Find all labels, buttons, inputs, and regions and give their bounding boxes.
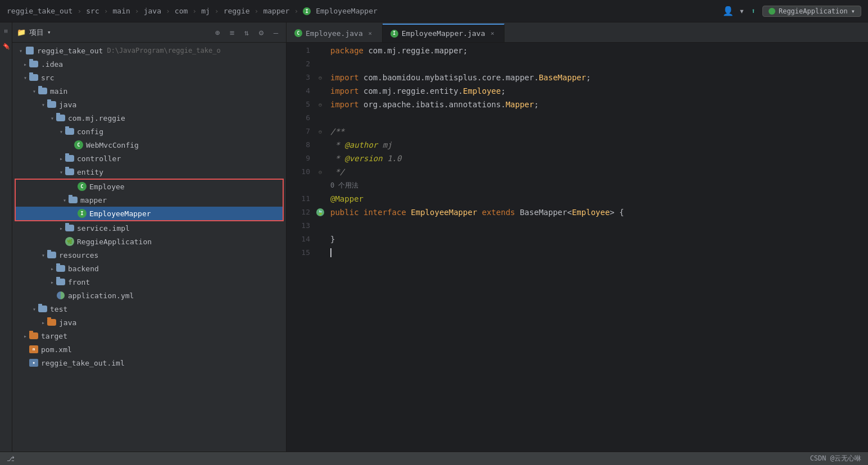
- file-tree-toolbar: 📁 项目 ▾ ⊕ ≡ ⇅ ⚙ —: [12, 22, 286, 43]
- code-content: 1 2 3 4 5 6 7 8 9 10 · 11 12 13 14 15: [287, 43, 868, 452]
- folder-icon-mapper: [69, 197, 78, 203]
- gutter-10[interactable]: ⊖: [315, 165, 326, 179]
- tree-item-service-impl[interactable]: service.impl: [12, 221, 286, 235]
- tree-item-resources[interactable]: resources: [12, 248, 286, 262]
- code-line-9: * @version 1.0: [330, 152, 868, 165]
- collapse-icon[interactable]: ≡: [226, 27, 238, 38]
- tree-item-package[interactable]: com.mj.reggie: [12, 111, 286, 125]
- status-bar: ⎇ CSDN @云无心咻: [0, 452, 868, 465]
- ln-10: 10: [291, 165, 310, 179]
- tree-item-employeemapper[interactable]: I EmployeeMapper: [16, 207, 283, 220]
- breadcrumb-reggie-take-out[interactable]: reggie_take_out: [7, 7, 72, 15]
- tree-item-target[interactable]: target: [12, 329, 286, 343]
- gutter-1: [315, 44, 326, 57]
- file-icon-reggieapp: 🌿: [65, 237, 74, 246]
- tree-label-config: config: [77, 127, 103, 136]
- tab-employee-java[interactable]: C Employee.java ×: [287, 24, 383, 42]
- gutter-13: [315, 219, 326, 233]
- gutter-3[interactable]: ⊖: [315, 71, 326, 84]
- settings-icon[interactable]: ⚙: [256, 27, 267, 38]
- tree-item-application-yml[interactable]: application.yml: [12, 289, 286, 302]
- tree-item-config[interactable]: config: [12, 125, 286, 138]
- annotation-mapper: @Mapper: [330, 192, 363, 206]
- arrow-package: [48, 114, 56, 122]
- file-tree[interactable]: reggie_take_out D:\JavaProgram\reggie_ta…: [12, 43, 286, 452]
- left-sidebar-tabs: ≡ 🔖: [0, 22, 12, 452]
- kw-import-1: import: [330, 71, 363, 84]
- breadcrumb-com[interactable]: com: [175, 7, 188, 15]
- breadcrumb-java[interactable]: java: [144, 7, 161, 15]
- code-line-10: */: [330, 165, 868, 179]
- tree-item-test[interactable]: test: [12, 302, 286, 316]
- git-icon: ⎇: [7, 455, 15, 463]
- tree-item-main[interactable]: main: [12, 84, 286, 98]
- gutter-5[interactable]: ⊖: [315, 98, 326, 111]
- code-line-13: [330, 219, 868, 233]
- tree-item-webmvcconfig[interactable]: C WebMvcConfig: [12, 138, 286, 152]
- tree-label-java: java: [59, 101, 76, 109]
- arrow-mapper: [61, 196, 69, 204]
- folder-icon-target: [29, 332, 38, 339]
- tree-label-reggieapp: ReggieApplication: [77, 238, 152, 246]
- run-config-dropdown[interactable]: ▾: [851, 7, 855, 15]
- tab-close-employeemapper[interactable]: ×: [488, 30, 496, 38]
- file-icon-webmvcconfig: C: [74, 140, 83, 149]
- tree-item-idea[interactable]: .idea: [12, 57, 286, 71]
- tree-item-iml[interactable]: ▪ reggie_take_out.iml: [12, 356, 286, 370]
- project-panel-dropdown[interactable]: ▾: [47, 29, 51, 36]
- tree-label-pom: pom.xml: [41, 345, 72, 354]
- tab-employee-mapper-java[interactable]: I EmployeeMapper.java ×: [383, 24, 505, 42]
- close-icon[interactable]: —: [270, 27, 281, 38]
- tree-item-backend[interactable]: backend: [12, 262, 286, 275]
- gutter-9: [315, 152, 326, 165]
- tree-item-test-java[interactable]: java: [12, 316, 286, 329]
- locate-icon[interactable]: ⊕: [212, 27, 223, 38]
- breadcrumb-src[interactable]: src: [86, 7, 99, 15]
- pkg-mapper: org.apache.ibatis.annotations.: [363, 98, 506, 111]
- ln-9: 9: [291, 152, 310, 165]
- tree-item-entity[interactable]: entity: [12, 165, 286, 179]
- gutter-7[interactable]: ⊖: [315, 125, 326, 138]
- arrow-yml: [48, 291, 56, 299]
- tree-item-employee[interactable]: C Employee: [16, 180, 283, 193]
- arrow-test: [30, 305, 38, 313]
- code-line-11: @Mapper: [330, 192, 868, 206]
- iface-basemapper: BaseMapper: [520, 206, 567, 219]
- tab-close-employee[interactable]: ×: [366, 29, 374, 37]
- gutter-4: [315, 84, 326, 98]
- tree-item-controller[interactable]: controller: [12, 152, 286, 165]
- run-config[interactable]: ReggieApplication ▾: [762, 6, 861, 17]
- update-icon[interactable]: ⬆: [751, 7, 756, 15]
- code-editor[interactable]: package com.mj.reggie.mapper; import com…: [326, 43, 868, 452]
- sort-icon[interactable]: ⇅: [241, 27, 252, 38]
- file-tree-panel: 📁 项目 ▾ ⊕ ≡ ⇅ ⚙ — reggie_take_out D:\Java…: [12, 22, 287, 452]
- breadcrumb-mj[interactable]: mj: [201, 7, 210, 15]
- code-line-1: package com.mj.reggie.mapper;: [330, 44, 868, 57]
- arrow-config: [57, 127, 65, 135]
- tree-item-front[interactable]: front: [12, 275, 286, 289]
- tree-item-mapper[interactable]: mapper: [16, 193, 283, 207]
- cls-employee: Employee: [463, 84, 501, 98]
- breadcrumb-mapper[interactable]: mapper: [263, 7, 289, 15]
- breadcrumb-main[interactable]: main: [113, 7, 130, 15]
- folder-icon-test: [38, 306, 47, 312]
- tree-item-root[interactable]: reggie_take_out D:\JavaProgram\reggie_ta…: [12, 44, 286, 57]
- tree-item-pom[interactable]: m pom.xml: [12, 343, 286, 356]
- arrow-test-java: [39, 318, 47, 326]
- ln-2: 2: [291, 57, 310, 71]
- ln-14: 14: [291, 233, 310, 246]
- sidebar-tab-bookmark[interactable]: 🔖: [1, 39, 11, 55]
- breadcrumb-employee-mapper[interactable]: EmployeeMapper: [316, 7, 378, 15]
- breadcrumb-reggie[interactable]: reggie: [224, 7, 250, 15]
- tree-item-java[interactable]: java: [12, 98, 286, 111]
- arrow-controller: [57, 154, 65, 162]
- tree-item-reggieapp[interactable]: 🌿 ReggieApplication: [12, 235, 286, 248]
- comment-close: */: [330, 165, 344, 179]
- kw-extends: extends: [482, 206, 520, 219]
- arrow-front: [48, 278, 56, 286]
- tree-item-src[interactable]: src: [12, 71, 286, 84]
- text-cursor: [330, 248, 331, 257]
- account-icon[interactable]: 👤 ▾: [722, 6, 744, 16]
- sidebar-tab-project[interactable]: ≡: [1, 25, 11, 38]
- folder-icon-backend: [56, 265, 65, 272]
